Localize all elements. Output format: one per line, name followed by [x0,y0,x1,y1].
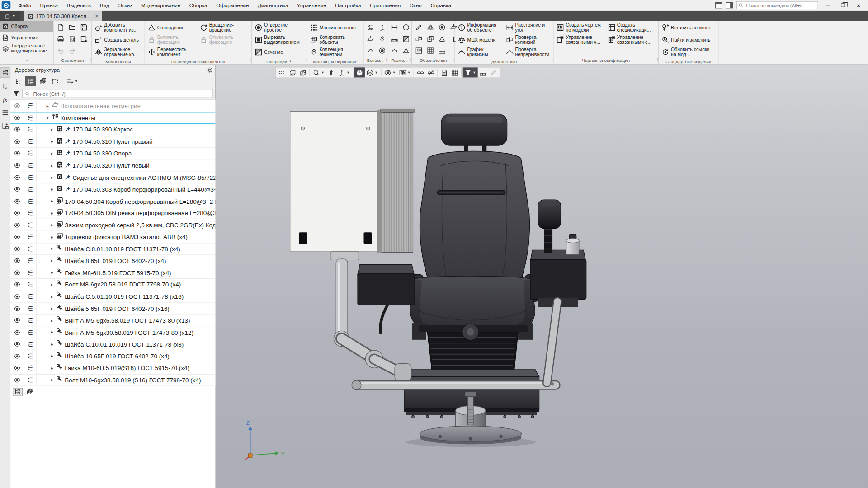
tree-item[interactable]: ∈►170-04.50.305 DIN рейка перфорированна… [10,207,215,219]
visibility-icon[interactable] [10,124,24,135]
tree-panel[interactable] [0,68,10,78]
create-drawing-button[interactable]: Создать чертеж по модели [555,22,606,34]
mirror-button[interactable] [425,22,436,33]
collapsed-arrow-icon[interactable]: ► [50,199,54,203]
insert-std-button[interactable]: Вставить элемент [660,22,717,34]
collection-button[interactable]: Коллекция геометрии [308,46,362,58]
measure-tool[interactable] [477,67,488,77]
save-as-button[interactable] [78,33,90,45]
tree-item[interactable]: ∈►Сиденье для спецтехники ACTIMO M (MSG-… [10,172,215,183]
menu-item-6[interactable]: Сборка [185,0,212,11]
tree-item[interactable]: ∈►Винт A.M5-6gx6.58.019 ГОСТ 17473-80 (x… [10,315,215,327]
gear-icon[interactable] [207,67,213,74]
tree-item[interactable]: ∈►Винт A.M5-6gx30.58.019 ГОСТ 17473-80 (… [10,327,215,338]
collapsed-arrow-icon[interactable]: ► [50,223,54,227]
linked-drawing-button[interactable]: Управление связанными ч... [555,34,606,46]
visibility-icon[interactable] [10,172,24,183]
mate-button[interactable]: Совпадение [146,22,198,34]
tree-item[interactable]: ∈►Шайба 10 65Г 019 ГОСТ 6402-70 (x4) [10,351,215,362]
collapsed-arrow-icon[interactable]: ► [50,211,54,215]
visibility-icon[interactable] [10,196,24,207]
menu-item-12[interactable]: Окно [405,0,426,11]
visibility-off-icon[interactable] [10,100,24,112]
tree-item[interactable]: ∈►Шайба C.5.01.10.019 ГОСТ 11371-78 (x16… [10,291,215,303]
expanded-arrow-icon[interactable]: ▼ [45,116,50,120]
minimize-button[interactable] [821,1,834,10]
visibility-icon[interactable] [10,374,24,385]
command-search-input[interactable] [745,2,816,9]
collapsed-arrow-icon[interactable]: ► [50,295,54,299]
visibility-icon[interactable] [10,338,24,350]
mode-button-2[interactable]: Твердотельное моделирование [0,43,53,54]
visibility-icon[interactable] [10,136,24,147]
visibility-icon[interactable] [10,267,24,278]
chevron-down-icon[interactable]: ▼ [289,60,292,63]
aux-geom-button[interactable] [365,33,377,45]
panel-layout-icon[interactable] [726,2,733,8]
measure-button[interactable] [389,33,401,45]
menu-item-7[interactable]: Оформление [212,0,253,11]
collision-button[interactable] [413,33,425,45]
mate-button[interactable] [400,45,412,56]
visibility-icon[interactable] [10,327,24,338]
menu-item-8[interactable]: Диагностика [253,0,292,11]
visibility-icon[interactable] [10,207,24,219]
parameters-panel[interactable]: 12 [0,81,10,91]
collapsed-arrow-icon[interactable]: ► [50,235,54,239]
doc-new-button[interactable] [55,22,66,33]
move-button[interactable]: Переместить компонент [146,46,198,58]
tree-item[interactable]: ∈►Шайба C.8.01.10.019 ГОСТ 11371-78 (x4) [10,243,215,255]
menu-item-10[interactable]: Настройка [330,0,365,11]
hole-button[interactable]: Отверстие простое [253,22,306,34]
collection-button[interactable] [377,33,388,45]
array-grid-button[interactable]: Массив по сетке [308,22,362,34]
tree-item[interactable]: ∈►Шайба 5 65Г 019 ГОСТ 6402-70 (x16) [10,303,215,314]
collapsed-arrow-icon[interactable]: ► [50,151,54,155]
menu-item-3[interactable]: Вид [95,0,114,11]
collapsed-arrow-icon[interactable]: ► [50,354,54,358]
mode-button-1[interactable]: Управление [0,32,53,43]
axes-button[interactable] [377,22,388,33]
collapsed-arrow-icon[interactable]: ► [50,188,54,192]
tree-item[interactable]: ∈►Гайка M10-6H.5.019(S16) ГОСТ 5915-70 (… [10,362,215,374]
menu-item-5[interactable]: Моделирование [137,0,185,11]
folder-open-button[interactable] [66,22,78,33]
hide-objects[interactable]: ▼ [382,67,397,77]
window-layout-icon[interactable] [715,2,722,8]
create-drawing-button[interactable] [413,45,425,56]
visibility-icon[interactable] [10,160,24,171]
collapsed-arrow-icon[interactable]: ► [50,128,54,132]
save-button[interactable] [78,22,90,33]
visibility-icon[interactable] [10,255,24,267]
unlink-tool[interactable] [425,67,436,77]
link-tool[interactable] [415,67,425,77]
menu-item-1[interactable]: Правка [36,0,62,11]
collapsed-arrow-icon[interactable]: ► [50,366,54,370]
grid-tool[interactable] [449,67,460,77]
create-spec-button[interactable]: Создать спецификаци... [606,22,657,34]
collapsed-arrow-icon[interactable]: ► [50,283,54,287]
visibility-icon[interactable] [10,113,24,123]
create-part-button[interactable]: Создать деталь [93,34,143,46]
tree-item[interactable]: ∈►Гайка M8-6H.5.019 ГОСТ 5915-70 (x4) [10,267,215,279]
viewport-3d[interactable]: ▼▼▼▼▼▼ Z Y [216,65,868,488]
hole-button[interactable] [436,22,448,33]
display-shaded[interactable] [354,67,365,77]
main-menu-panel[interactable] [0,108,10,117]
view-orientation[interactable]: ▼ [336,67,351,77]
tree-item[interactable]: ∈►Шайба 8 65Г 019 ГОСТ 6402-70 (x4) [10,255,215,267]
continuity-button[interactable] [365,45,377,56]
set-view-plane[interactable] [288,67,298,77]
continuity-button[interactable]: Проверка непрерывности [504,46,552,58]
tree-item[interactable]: ∈▼Компоненты [10,112,215,124]
distance-button[interactable] [389,22,401,33]
curvature-button[interactable] [389,45,401,56]
distance-button[interactable]: Расстояние и угол [504,22,552,34]
command-search[interactable] [736,1,818,9]
visibility-icon[interactable] [10,243,24,254]
filter-objects[interactable]: ▼ [462,67,477,77]
measure-button[interactable] [436,45,448,56]
info-button[interactable] [400,22,412,33]
zoom-tool[interactable]: ▼ [311,67,326,77]
visibility-icon[interactable] [10,183,24,195]
